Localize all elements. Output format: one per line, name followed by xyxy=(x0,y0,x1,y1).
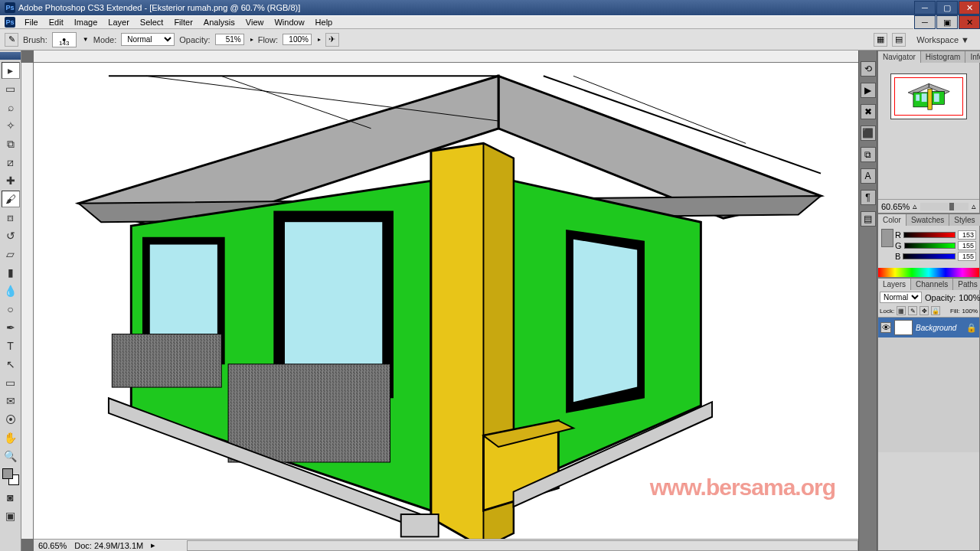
b-slider[interactable] xyxy=(903,253,956,259)
opacity-input[interactable] xyxy=(215,34,244,45)
mode-select[interactable]: Normal xyxy=(121,33,175,46)
tab-info[interactable]: Info xyxy=(965,51,980,63)
menu-select[interactable]: Select xyxy=(136,16,168,28)
history-brush-tool-icon[interactable]: ↺ xyxy=(2,227,20,244)
minimize-button[interactable]: ─ xyxy=(914,1,936,15)
lasso-tool-icon[interactable]: ⌕ xyxy=(2,99,20,116)
brush-tool-icon[interactable]: 🖌 xyxy=(2,191,20,207)
pen-tool-icon[interactable]: ✒ xyxy=(2,319,20,336)
history-panel-icon[interactable]: ⟲ xyxy=(861,61,876,77)
tool-presets-panel-icon[interactable]: ✖ xyxy=(861,104,876,119)
status-zoom[interactable]: 60.65% xyxy=(38,541,67,550)
workspace-menu[interactable]: Workspace ▼ xyxy=(910,34,975,46)
notes-tool-icon[interactable]: ✉ xyxy=(2,393,20,409)
menu-file[interactable]: File xyxy=(20,16,43,28)
flow-input[interactable] xyxy=(283,34,312,45)
move-tool-icon[interactable]: ▸ xyxy=(2,62,20,79)
color-swatches[interactable] xyxy=(2,468,19,485)
doc-restore-button[interactable]: ▣ xyxy=(936,15,958,29)
doc-close-button[interactable]: ✕ xyxy=(959,15,980,29)
tab-styles[interactable]: Styles xyxy=(949,214,980,226)
chevron-down-icon[interactable]: ▸ xyxy=(250,36,253,43)
palette-icon[interactable]: ▦ xyxy=(874,33,887,47)
bridge-icon[interactable]: ▤ xyxy=(892,33,906,47)
gradient-tool-icon[interactable]: ▮ xyxy=(2,264,20,281)
tab-navigator[interactable]: Navigator xyxy=(878,51,921,63)
color-ramp[interactable] xyxy=(878,268,979,277)
menu-edit[interactable]: Edit xyxy=(44,16,68,28)
brushes-panel-icon[interactable]: ⬛ xyxy=(861,126,876,141)
r-slider[interactable] xyxy=(903,232,956,238)
shape-tool-icon[interactable]: ▭ xyxy=(2,374,20,391)
airbrush-icon[interactable]: ✈ xyxy=(325,33,339,47)
app-menu-icon[interactable]: Ps xyxy=(5,17,15,28)
layer-name[interactable]: Background xyxy=(916,324,956,332)
menu-window[interactable]: Window xyxy=(270,16,309,28)
stamp-tool-icon[interactable]: ⧈ xyxy=(2,209,20,226)
chevron-down-icon[interactable]: ▸ xyxy=(318,36,321,43)
brush-preset-picker[interactable]: • 143 xyxy=(52,32,77,47)
lock-position-icon[interactable]: ✥ xyxy=(920,306,929,315)
menu-help[interactable]: Help xyxy=(311,16,338,28)
vertical-ruler[interactable] xyxy=(21,63,34,539)
zoom-tool-icon[interactable]: 🔍 xyxy=(2,448,20,465)
maximize-button[interactable]: ▢ xyxy=(936,1,958,15)
tab-channels[interactable]: Channels xyxy=(911,279,953,290)
eraser-tool-icon[interactable]: ▱ xyxy=(2,246,20,262)
g-slider[interactable] xyxy=(904,243,956,249)
layer-opacity-value[interactable]: 100% xyxy=(959,293,980,302)
dodge-tool-icon[interactable]: ○ xyxy=(2,301,20,318)
b-value[interactable] xyxy=(958,252,976,261)
menu-analysis[interactable]: Analysis xyxy=(199,16,240,28)
nav-zoom-value[interactable]: 60.65% xyxy=(881,202,910,211)
eyedropper-tool-icon[interactable]: ⦿ xyxy=(2,411,20,428)
crop-tool-icon[interactable]: ⧉ xyxy=(2,135,20,152)
doc-minimize-button[interactable]: ─ xyxy=(914,15,936,29)
blend-mode-select[interactable]: Normal xyxy=(880,292,922,303)
lock-all-icon[interactable]: 🔒 xyxy=(931,306,940,315)
color-panel-swatch[interactable] xyxy=(881,229,893,247)
lock-transparent-icon[interactable]: ▦ xyxy=(897,306,906,315)
layer-thumbnail[interactable] xyxy=(894,320,913,335)
tool-preset-icon[interactable]: ✎ xyxy=(5,33,18,47)
slice-tool-icon[interactable]: ⧄ xyxy=(2,154,20,171)
tab-histogram[interactable]: Histogram xyxy=(921,51,966,63)
hand-tool-icon[interactable]: ✋ xyxy=(2,429,20,446)
menu-view[interactable]: View xyxy=(241,16,269,28)
foreground-color[interactable] xyxy=(2,468,13,479)
zoom-out-icon[interactable]: ▵ xyxy=(913,201,917,211)
wand-tool-icon[interactable]: ✧ xyxy=(2,117,20,134)
menu-layer[interactable]: Layer xyxy=(103,16,134,28)
tab-paths[interactable]: Paths xyxy=(953,279,980,290)
toolbox-grip[interactable] xyxy=(0,52,21,60)
screenmode-icon[interactable]: ▣ xyxy=(2,507,20,524)
path-tool-icon[interactable]: ↖ xyxy=(2,356,20,373)
type-tool-icon[interactable]: T xyxy=(2,337,20,354)
chevron-down-icon[interactable]: ▼ xyxy=(83,36,89,43)
chevron-right-icon[interactable]: ▸ xyxy=(151,540,155,550)
zoom-in-icon[interactable]: ▵ xyxy=(972,201,976,211)
blur-tool-icon[interactable]: 💧 xyxy=(2,282,20,299)
navigator-thumbnail[interactable] xyxy=(890,73,967,119)
tab-swatches[interactable]: Swatches xyxy=(906,214,949,226)
visibility-icon[interactable]: 👁 xyxy=(880,322,891,333)
zoom-slider[interactable] xyxy=(920,203,969,210)
tab-color[interactable]: Color xyxy=(878,214,906,226)
horizontal-ruler[interactable] xyxy=(34,51,858,63)
r-value[interactable] xyxy=(958,230,976,240)
canvas[interactable]: www.bersama.org xyxy=(34,63,858,539)
character-panel-icon[interactable]: A xyxy=(861,168,876,184)
layer-row[interactable]: 👁 Background 🔒 xyxy=(878,318,979,337)
horizontal-scrollbar[interactable] xyxy=(187,540,858,551)
fill-value[interactable]: 100% xyxy=(962,306,978,315)
clone-panel-icon[interactable]: ⧉ xyxy=(861,147,876,162)
heal-tool-icon[interactable]: ✚ xyxy=(2,172,20,189)
status-doc[interactable]: Doc: 24.9M/13.1M xyxy=(74,541,143,550)
actions-panel-icon[interactable]: ▶ xyxy=(861,83,876,98)
tab-layers[interactable]: Layers xyxy=(878,279,911,290)
marquee-tool-icon[interactable]: ▭ xyxy=(2,80,20,97)
paragraph-panel-icon[interactable]: ¶ xyxy=(861,190,876,205)
quickmask-icon[interactable]: ◙ xyxy=(2,489,20,506)
menu-image[interactable]: Image xyxy=(70,16,103,28)
layercomp-panel-icon[interactable]: ▤ xyxy=(861,211,876,227)
